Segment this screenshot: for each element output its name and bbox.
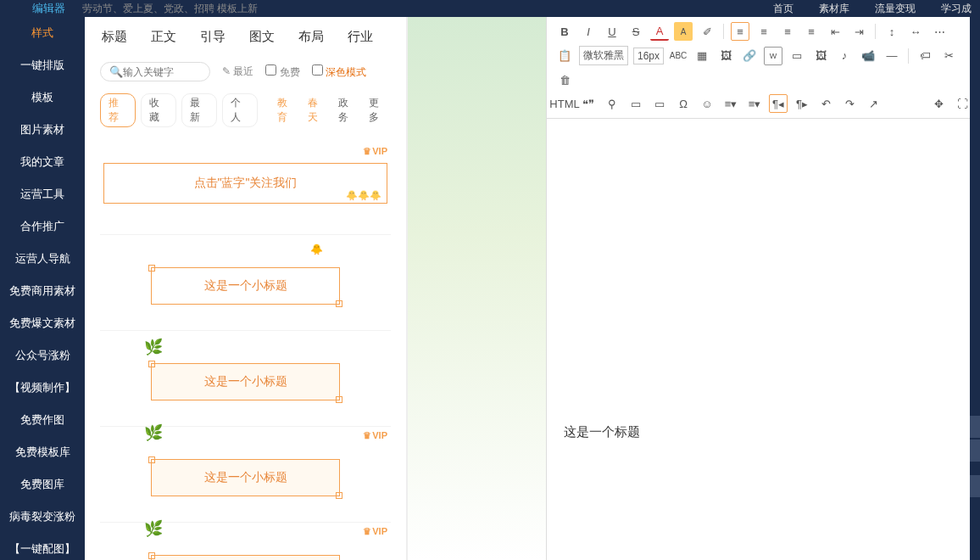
tab-body[interactable]: 正文 [151, 29, 176, 45]
nav-monetize[interactable]: 流量变现 [875, 2, 916, 16]
nav-home[interactable]: 首页 [773, 2, 793, 16]
pill-personal[interactable]: 个人 [222, 93, 258, 127]
nav-library[interactable]: 素材库 [819, 2, 849, 16]
trash-button[interactable]: 🗑 [555, 70, 574, 89]
eraser-button[interactable]: ✂ [939, 47, 958, 65]
image-button[interactable]: 🖼 [716, 47, 735, 65]
font-color-button[interactable]: A [650, 22, 669, 41]
tag-more[interactable]: 更多 [365, 96, 391, 125]
sidebar-item-match[interactable]: 【一键配图】 [0, 533, 85, 560]
tab-title[interactable]: 标题 [102, 29, 127, 45]
align-justify-button[interactable]: ≡ [802, 22, 821, 41]
music-button[interactable]: ♪ [835, 47, 854, 65]
rtl-button[interactable]: ¶▸ [793, 94, 811, 113]
sidebar-item-image[interactable]: 图片素材 [0, 114, 85, 146]
card-button[interactable]: ▭ [788, 47, 806, 65]
canvas-heading[interactable]: 这是一个标题 [564, 424, 963, 440]
undo-button[interactable]: ↶ [816, 94, 835, 113]
sidebar-item-followers[interactable]: 公众号涨粉 [0, 339, 85, 372]
search-box[interactable]: 🔍 [100, 62, 210, 81]
omega-button[interactable]: Ω [674, 94, 693, 113]
filter-recent[interactable]: ✎ 最近 [222, 64, 253, 79]
align-right-button[interactable]: ≡ [778, 22, 797, 41]
bg-color-button[interactable]: A [674, 22, 693, 41]
line-height-button[interactable]: ↕ [883, 22, 901, 41]
italic-button[interactable]: I [579, 22, 598, 41]
bold-button[interactable]: B [555, 22, 574, 41]
tab-layout[interactable]: 布局 [298, 29, 324, 45]
dock-item[interactable] [970, 416, 980, 438]
clear-format-button[interactable]: ✐ [698, 22, 716, 41]
tab-guide[interactable]: 引导 [200, 29, 226, 45]
free-checkbox[interactable] [265, 64, 276, 76]
ltr-button[interactable]: ¶◂ [769, 94, 788, 113]
template-card[interactable]: 🐥 这是一个小标题 [100, 235, 391, 331]
sidebar-item-style[interactable]: 样式 [0, 17, 85, 49]
fullscreen-button[interactable]: ⛶ [953, 94, 972, 113]
sidebar-item-partner[interactable]: 合作推广 [0, 210, 85, 243]
code2-button[interactable]: ▭ [650, 94, 669, 113]
sidebar-item-nav[interactable]: 运营人导航 [0, 243, 85, 275]
html-button[interactable]: HTML [555, 94, 574, 113]
table-button[interactable]: ▦ [693, 47, 711, 65]
sidebar-item-layout[interactable]: 一键排版 [0, 49, 85, 81]
divider-button[interactable]: — [883, 47, 901, 65]
sidebar-item-template[interactable]: 模板 [0, 81, 85, 114]
word-button[interactable]: W [764, 47, 782, 65]
tag-button[interactable]: 🏷 [916, 47, 934, 65]
nav-learn[interactable]: 学习成 [941, 2, 972, 16]
anchor-button[interactable]: ⚲ [603, 94, 621, 113]
sidebar-item-freelib[interactable]: 免费模板库 [0, 436, 85, 468]
copy-button[interactable]: 📋 [555, 47, 574, 65]
code-button[interactable]: ▭ [626, 94, 645, 113]
template-card[interactable]: 这是一个小标题 [100, 331, 391, 427]
pill-new[interactable]: 最新 [181, 93, 217, 127]
sidebar-item-hot[interactable]: 免费爆文素材 [0, 307, 85, 339]
share-button[interactable]: ↗ [864, 94, 883, 113]
indent-less-button[interactable]: ⇤ [826, 22, 844, 41]
emoji-button[interactable]: ☺ [698, 94, 716, 113]
search-input[interactable] [123, 66, 199, 78]
tab-industry[interactable]: 行业 [348, 29, 373, 45]
video-button[interactable]: 📹 [859, 47, 877, 65]
dark-checkbox[interactable] [312, 64, 323, 76]
sidebar-item-pics[interactable]: 免费图库 [0, 468, 85, 501]
dock-item[interactable] [970, 475, 980, 497]
indent-more-button[interactable]: ⇥ [849, 22, 868, 41]
font-select[interactable]: 微软雅黑 [579, 46, 628, 65]
template-card[interactable]: VIP 这是一个小标题 [100, 523, 391, 560]
size-select[interactable]: 16px [633, 48, 664, 64]
tab-imgtext[interactable]: 图文 [249, 29, 275, 45]
move-button[interactable]: ✥ [929, 94, 948, 113]
dock-item[interactable] [970, 440, 980, 462]
pill-recommend[interactable]: 推荐 [100, 93, 136, 127]
tag-edu[interactable]: 教育 [274, 96, 299, 125]
align-center-button[interactable]: ≡ [754, 22, 773, 41]
quote-button[interactable]: ❝❞ [579, 94, 598, 113]
sidebar-item-articles[interactable]: 我的文章 [0, 146, 85, 178]
align-left-button[interactable]: ≡ [731, 22, 749, 41]
template-card[interactable]: VIP 点击"蓝字"关注我们 [100, 143, 391, 235]
pill-favorite[interactable]: 收藏 [141, 93, 176, 127]
filter-free[interactable]: 免费 [265, 64, 299, 80]
strike-button[interactable]: S [626, 22, 645, 41]
number-button[interactable]: ≡▾ [745, 94, 764, 113]
editor-canvas[interactable]: 这是一个标题 [547, 119, 980, 560]
letter-space-button[interactable]: ↔ [906, 22, 925, 41]
tag-spring[interactable]: 春天 [304, 96, 330, 125]
filter-dark[interactable]: 深色模式 [312, 64, 366, 80]
sidebar-item-freeimg[interactable]: 免费作图 [0, 404, 85, 436]
sidebar-item-tools[interactable]: 运营工具 [0, 178, 85, 210]
gallery-button[interactable]: 🖼 [811, 47, 830, 65]
sidebar-item-free-biz[interactable]: 免费商用素材 [0, 275, 85, 307]
template-card[interactable]: VIP 这是一个小标题 [100, 427, 391, 523]
redo-button[interactable]: ↷ [840, 94, 859, 113]
bullet-button[interactable]: ≡▾ [721, 94, 740, 113]
more-format-button[interactable]: ⋯ [930, 22, 949, 41]
case-button[interactable]: ABC [669, 47, 688, 65]
link-button[interactable]: 🔗 [740, 47, 759, 65]
underline-button[interactable]: U [603, 22, 621, 41]
sidebar-item-video[interactable]: 【视频制作】 [0, 372, 85, 404]
tag-gov[interactable]: 政务 [335, 96, 360, 125]
sidebar-item-viral[interactable]: 病毒裂变涨粉 [0, 501, 85, 533]
